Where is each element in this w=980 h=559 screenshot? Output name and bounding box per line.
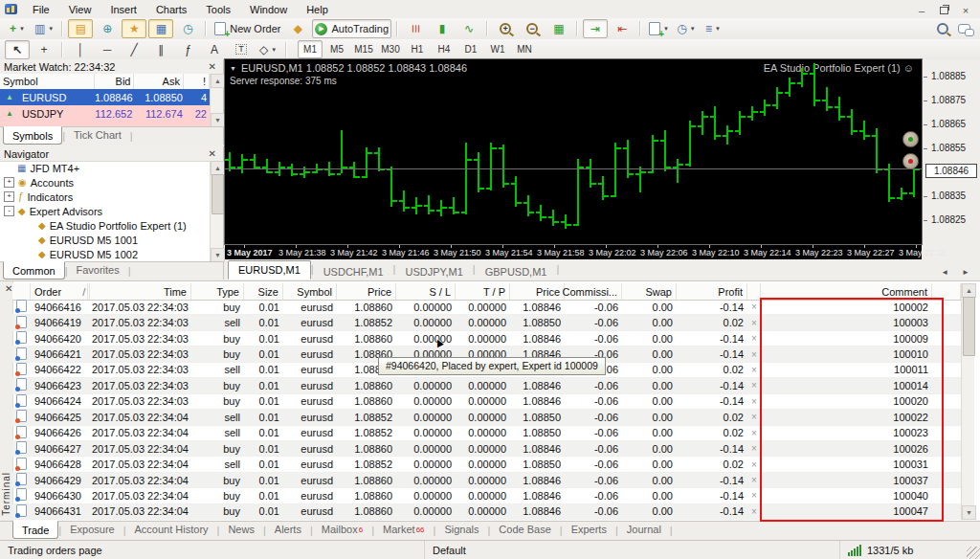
nav-item-ea-studio-portfolio-expert-1[interactable]: ◆EA Studio Portfolio Expert (1) <box>38 218 187 233</box>
zoom-out-button[interactable]: − <box>520 19 545 38</box>
minimize-button[interactable]: – <box>915 4 928 15</box>
scroll-down-icon[interactable]: ▼ <box>962 505 976 520</box>
close-icon[interactable]: ✕ <box>206 61 219 72</box>
column-header-commission[interactable]: Commissi... <box>565 283 622 300</box>
column-header-price2[interactable]: Price <box>510 283 565 300</box>
scroll-up-icon[interactable]: ▲ <box>962 283 976 298</box>
timeframe-w1-button[interactable]: W1 <box>485 40 510 58</box>
shapes-button[interactable]: ◇▼ <box>256 40 280 59</box>
close-order-button[interactable]: × <box>747 396 761 407</box>
menu-window[interactable]: Window <box>240 2 297 17</box>
nav-item-indicators[interactable]: +ƒIndicators <box>4 190 73 204</box>
expand-plus-icon[interactable]: + <box>4 191 14 202</box>
chat-icon[interactable] <box>958 24 970 34</box>
menu-charts[interactable]: Charts <box>146 2 196 17</box>
chart-shift-button[interactable]: ⇤ <box>610 19 635 38</box>
close-order-button[interactable]: × <box>747 349 761 360</box>
close-order-button[interactable]: × <box>747 506 761 517</box>
terminal-tab-exposure[interactable]: Exposure <box>61 522 122 537</box>
navigator-toggle[interactable]: ★ <box>122 19 146 38</box>
column-header-bid[interactable]: Bid <box>95 74 135 89</box>
column-header-swap[interactable]: Swap <box>622 283 677 300</box>
candlestick-button[interactable]: ▮ <box>430 19 455 38</box>
mql-button[interactable]: ◆ <box>285 19 310 38</box>
menu-tools[interactable]: Tools <box>196 2 240 17</box>
timeframe-d1-button[interactable]: D1 <box>458 40 483 58</box>
terminal-tab-mailbox[interactable]: Mailbox6 <box>313 522 371 537</box>
timeframe-m30-button[interactable]: M30 <box>378 40 403 58</box>
templates-button[interactable]: ▼ <box>646 19 672 38</box>
close-order-button[interactable]: × <box>747 412 761 422</box>
column-header-price[interactable]: Price <box>337 283 396 300</box>
nav-item-eurusd-m5-1002[interactable]: ◆EURUSD M5 1002 <box>38 247 138 261</box>
scroll-up-icon[interactable]: ▲ <box>211 74 225 88</box>
market-watch-row[interactable]: ▲USDJPY112.652112.67422 <box>0 105 210 122</box>
indicators-button[interactable]: ≡▼ <box>701 19 725 38</box>
column-header-type[interactable]: Type <box>191 283 244 300</box>
autotrading-button[interactable]: ▶AutoTrading <box>312 19 391 38</box>
order-row[interactable]: 940664162017.05.03 22:34:03buy0.01eurusd… <box>12 300 961 315</box>
order-row[interactable]: 940664272017.05.03 22:34:04buy0.01eurusd… <box>12 441 961 457</box>
nav-item-eurusd-m5-1001[interactable]: ◆EURUSD M5 1001 <box>38 233 138 247</box>
terminal-tab-signals[interactable]: Signals <box>435 522 487 537</box>
order-row[interactable]: 940664232017.05.03 22:34:03buy0.01eurusd… <box>12 378 961 393</box>
menu-view[interactable]: View <box>59 2 101 17</box>
column-header-ask[interactable]: Ask <box>134 74 183 89</box>
terminal-toggle[interactable]: ▦ <box>148 19 173 38</box>
column-header-size[interactable]: Size <box>244 283 283 300</box>
timeframe-h4-button[interactable]: H4 <box>432 40 457 58</box>
order-row[interactable]: 940664242017.05.03 22:34:03buy0.01eurusd… <box>12 394 961 410</box>
terminal-tab-account-history[interactable]: Account History <box>126 522 217 537</box>
close-order-button[interactable]: × <box>747 459 761 470</box>
close-icon[interactable]: ✕ <box>206 148 219 159</box>
terminal-tab-market[interactable]: Market66 <box>374 522 434 537</box>
timeframe-m5-button[interactable]: M5 <box>324 40 349 58</box>
column-header-close[interactable] <box>747 283 761 300</box>
terminal-tab-experts[interactable]: Experts <box>563 522 615 537</box>
scroll-thumb[interactable] <box>212 174 224 214</box>
close-order-button[interactable]: × <box>747 428 761 438</box>
column-header-symbol[interactable]: Symbol <box>283 283 337 300</box>
auto-scroll-button[interactable]: ⇥ <box>583 19 608 38</box>
timeframe-m1-button[interactable]: M1 <box>298 40 323 58</box>
strategy-tester-button[interactable]: ◷ <box>175 19 200 38</box>
scroll-down-icon[interactable]: ▼ <box>211 113 225 127</box>
close-button[interactable]: × <box>959 4 972 15</box>
menu-insert[interactable]: Insert <box>100 2 146 17</box>
tab-tick-chart[interactable]: Tick Chart <box>65 127 130 143</box>
tab-common[interactable]: Common <box>3 261 65 280</box>
chart-menu-icon[interactable]: ▼ <box>230 65 236 72</box>
terminal-tab-news[interactable]: News <box>219 522 263 537</box>
order-row[interactable]: 940664202017.05.03 22:34:03buy0.01eurusd… <box>12 331 961 347</box>
resize-grip[interactable] <box>967 547 980 559</box>
cursor-button[interactable]: ↖ <box>5 40 30 59</box>
order-row[interactable]: 940664282017.05.03 22:34:04sell0.01eurus… <box>12 457 961 472</box>
order-row[interactable]: 940664312017.05.03 22:34:04buy0.01eurusd… <box>12 504 961 520</box>
terminal-tab-alerts[interactable]: Alerts <box>266 522 310 537</box>
fibonacci-button[interactable]: ƒ <box>175 40 200 59</box>
vertical-line-button[interactable]: │ <box>68 40 93 59</box>
close-order-button[interactable]: × <box>747 475 761 485</box>
column-header-tp[interactable]: T / P <box>456 283 510 300</box>
close-order-button[interactable]: × <box>747 490 761 501</box>
market-watch-toggle[interactable]: ▤ <box>68 19 93 38</box>
chart-tab-eurusd-m1[interactable]: EURUSD,M1 <box>228 260 311 280</box>
column-header-comment[interactable]: Comment <box>761 283 932 300</box>
timeframe-mn-button[interactable]: MN <box>512 40 537 58</box>
market-watch-row[interactable]: ▲EURUSD1.088461.088504 <box>0 89 210 105</box>
close-order-button[interactable]: × <box>747 302 761 312</box>
terminal-tab-journal[interactable]: Journal <box>618 522 670 537</box>
nav-item-expert-advisors[interactable]: -◆Expert Advisors <box>4 204 102 218</box>
horizontal-line-button[interactable]: ─ <box>95 40 120 59</box>
terminal-tab-code-base[interactable]: Code Base <box>490 522 559 537</box>
tab-symbols[interactable]: Symbols <box>3 126 62 145</box>
label-button[interactable]: T <box>229 40 254 59</box>
trendline-button[interactable]: ╱ <box>122 40 146 59</box>
tab-favorites[interactable]: Favorites <box>67 262 127 278</box>
terminal-tab-trade[interactable]: Trade <box>12 521 58 539</box>
close-order-button[interactable]: × <box>747 380 761 391</box>
close-order-button[interactable]: × <box>747 365 761 375</box>
close-order-button[interactable]: × <box>747 443 761 454</box>
chart-tab-gbpusd-m1[interactable]: GBPUSD,M1 <box>476 263 557 280</box>
column-header-icon[interactable] <box>12 283 31 300</box>
